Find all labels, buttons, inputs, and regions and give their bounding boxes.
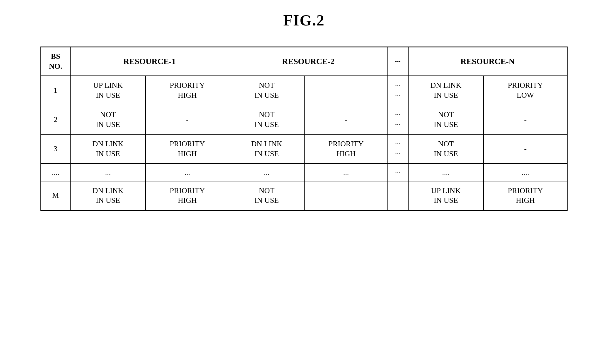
r2-status: ... [229,164,305,181]
dots-mid [388,181,408,210]
rn-priority: - [484,134,567,164]
table-row: M DN LINKIN USE PRIORITYHIGH NOTIN USE -… [41,181,567,210]
dots-mid: ······ [388,105,408,134]
rn-status: UP LINKIN USE [408,181,484,210]
bs-number: M [41,181,70,210]
bs-number: 2 [41,105,70,134]
bs-number: 3 [41,134,70,164]
r1-priority: PRIORITYHIGH [146,181,229,210]
r1-status: UP LINKIN USE [70,76,146,105]
r2-status: NOTIN USE [229,181,305,210]
r1-priority: PRIORITYHIGH [146,134,229,164]
r2-priority: - [304,105,387,134]
rn-status: .... [408,164,484,181]
dots-mid: ··· [388,164,408,181]
r1-priority: - [146,105,229,134]
table-row: 3 DN LINKIN USE PRIORITYHIGH DN LINKIN U… [41,134,567,164]
r2-status: DN LINKIN USE [229,134,305,164]
rn-status: DN LINKIN USE [408,76,484,105]
rn-priority: - [484,105,567,134]
bs-no-header: BS NO. [41,47,70,76]
r2-priority: - [304,76,387,105]
table-row: 1 UP LINKIN USE PRIORITYHIGH NOTIN USE -… [41,76,567,105]
rn-priority: PRIORITYLOW [484,76,567,105]
r2-priority: PRIORITYHIGH [304,134,387,164]
r1-priority: PRIORITYHIGH [146,76,229,105]
r2-status: NOTIN USE [229,76,305,105]
dots-header: ··· [388,47,408,76]
resourceN-header: RESOURCE-N [408,47,567,76]
resource2-header: RESOURCE-2 [229,47,388,76]
dots-mid: ······ [388,134,408,164]
r2-priority: - [304,181,387,210]
dots-mid: ······ [388,76,408,105]
main-table-container: BS NO. RESOURCE-1 RESOURCE-2 ··· RESOURC… [40,47,568,211]
rn-status: NOTIN USE [408,105,484,134]
rn-priority: .... [484,164,567,181]
header-row: BS NO. RESOURCE-1 RESOURCE-2 ··· RESOURC… [41,47,567,76]
r1-priority: ... [146,164,229,181]
rn-status: NOTIN USE [408,134,484,164]
table-row: .... ... ... ... ... ··· .... .... [41,164,567,181]
r1-status: DN LINKIN USE [70,181,146,210]
bs-number: 1 [41,76,70,105]
table-row: 2 NOTIN USE - NOTIN USE - ······ NOTIN U… [41,105,567,134]
r1-status: DN LINKIN USE [70,134,146,164]
r1-status: ... [70,164,146,181]
r2-status: NOTIN USE [229,105,305,134]
rn-priority: PRIORITYHIGH [484,181,567,210]
r1-status: NOTIN USE [70,105,146,134]
resource-table: BS NO. RESOURCE-1 RESOURCE-2 ··· RESOURC… [40,47,568,211]
resource1-header: RESOURCE-1 [70,47,229,76]
figure-title: FIG.2 [283,12,325,29]
r2-priority: ... [304,164,387,181]
bs-number: .... [41,164,70,181]
